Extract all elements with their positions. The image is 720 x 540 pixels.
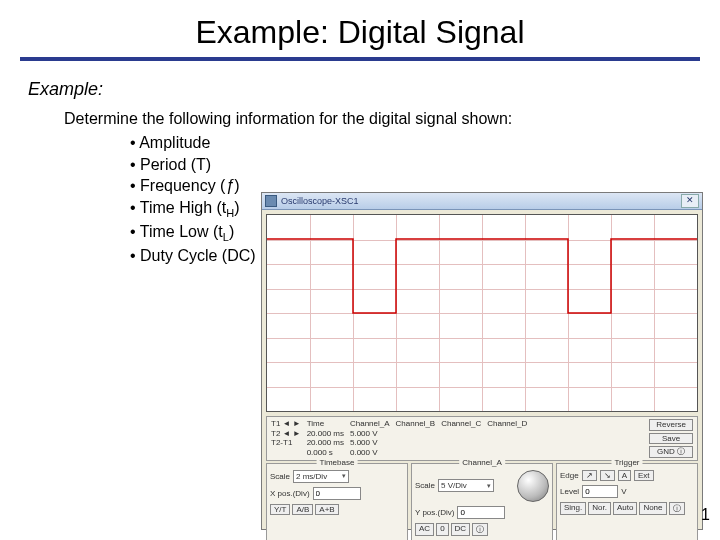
edge-rise-button[interactable]: ↗ — [582, 470, 597, 481]
gnd-button[interactable]: GND ⓘ — [649, 446, 693, 458]
bullet-amplitude: Amplitude — [130, 132, 720, 154]
readout-panel: T1 ◄ ► T2 ◄ ► T2-T1 Time 20.000 ms 20.00… — [266, 416, 698, 461]
slide-title: Example: Digital Signal — [0, 0, 720, 51]
edge-src-ext-button[interactable]: Ext — [634, 470, 654, 481]
trig-info-button[interactable]: ⓘ — [669, 502, 685, 515]
cha-zero-button[interactable]: 0 — [436, 523, 448, 536]
time-column: Time 20.000 ms 20.000 ms 0.000 s — [307, 419, 344, 458]
close-icon[interactable]: ✕ — [681, 194, 699, 208]
bullet-period: Period (T) — [130, 154, 720, 176]
cha-dc-button[interactable]: DC — [451, 523, 471, 536]
cha-ypos-input[interactable] — [457, 506, 505, 519]
edge-src-a-button[interactable]: A — [618, 470, 631, 481]
cha-info-button[interactable]: ⓘ — [472, 523, 488, 536]
reverse-button[interactable]: Reverse — [649, 419, 693, 431]
intro-text: Determine the following information for … — [64, 110, 720, 128]
page-number: 1 — [701, 506, 710, 524]
cursor-labels: T1 ◄ ► T2 ◄ ► T2-T1 — [271, 419, 301, 458]
trig-nor-button[interactable]: Nor. — [588, 502, 611, 515]
timebase-scale-select[interactable]: 2 ms/Div — [293, 470, 349, 483]
channel-a-column: Channel_A 5.000 V 5.000 V 0.000 V — [350, 419, 390, 458]
waveform — [267, 215, 697, 411]
save-button[interactable]: Save — [649, 433, 693, 445]
timebase-title: Timebase — [317, 458, 358, 467]
trigger-level-input[interactable] — [582, 485, 618, 498]
edge-fall-button[interactable]: ↘ — [600, 470, 615, 481]
trigger-panel: Trigger Edge ↗ ↘ A Ext LevelV Sing. Nor.… — [556, 463, 698, 540]
mode-yt-button[interactable]: Y/T — [270, 504, 290, 515]
channel-a-panel: Channel_A Scale5 V/Div Y pos.(Div) AC 0 … — [411, 463, 553, 540]
trig-none-button[interactable]: None — [639, 502, 666, 515]
trig-sing-button[interactable]: Sing. — [560, 502, 586, 515]
trig-auto-button[interactable]: Auto — [613, 502, 637, 515]
example-label: Example: — [28, 79, 720, 100]
channel-d-column: Channel_D — [487, 419, 527, 458]
channel-c-column: Channel_C — [441, 419, 481, 458]
oscilloscope-window: Oscilloscope-XSC1 ✕ T1 ◄ ► T2 ◄ ► T2-T1 … — [261, 192, 703, 530]
timebase-panel: Timebase Scale2 ms/Div X pos.(Div) Y/T A… — [266, 463, 408, 540]
scope-window-title: Oscilloscope-XSC1 — [281, 196, 359, 206]
cha-scale-select[interactable]: 5 V/Div — [438, 479, 494, 492]
scope-titlebar: Oscilloscope-XSC1 ✕ — [262, 193, 702, 210]
trigger-title: Trigger — [611, 458, 642, 467]
cha-ac-button[interactable]: AC — [415, 523, 434, 536]
title-underline — [20, 57, 700, 61]
channel-b-column: Channel_B — [396, 419, 436, 458]
mode-ab-button[interactable]: A/B — [292, 504, 313, 515]
timebase-xpos-input[interactable] — [313, 487, 361, 500]
scope-app-icon — [265, 195, 277, 207]
channel-a-dial[interactable] — [517, 470, 549, 502]
scope-plot[interactable] — [266, 214, 698, 412]
mode-aplusb-button[interactable]: A+B — [315, 504, 338, 515]
channel-a-title: Channel_A — [459, 458, 505, 467]
